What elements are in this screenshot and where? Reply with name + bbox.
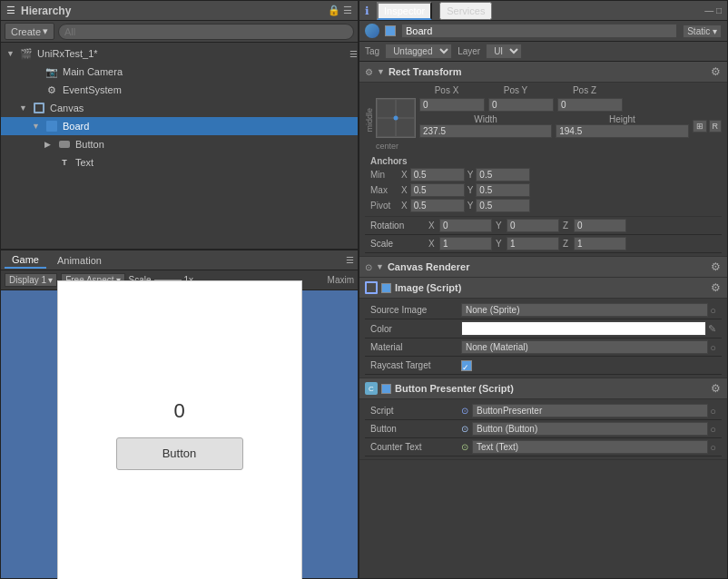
display-label: Display 1 — [9, 275, 46, 285]
text-tree-icon: T — [57, 155, 72, 170]
source-image-field[interactable] — [461, 303, 708, 317]
width-field[interactable] — [419, 124, 552, 138]
object-active-checkbox[interactable] — [385, 25, 396, 36]
material-picker-icon[interactable]: ○ — [710, 342, 716, 353]
material-label: Material — [370, 342, 461, 352]
button-presenter-settings: ⚙ — [710, 381, 722, 396]
hierarchy-title: Hierarchy — [21, 5, 71, 17]
hierarchy-item-canvas[interactable]: ▼ Canvas — [1, 99, 358, 117]
pos-x-field[interactable] — [419, 98, 485, 112]
height-col: Height — [556, 114, 688, 138]
rotation-y-field[interactable] — [507, 219, 559, 232]
button-presenter-body: Script ⊙ ○ Button ⊙ ○ Counter Text ⊙ ○ — [359, 399, 727, 460]
scene-arrow-icon: ▼ — [6, 49, 19, 58]
anchor-preset-box[interactable] — [376, 98, 416, 138]
min-x-field[interactable] — [410, 168, 465, 182]
static-label: Static — [687, 26, 710, 36]
pos-fields: Width Height ⊞ R — [419, 98, 722, 138]
rect-transform-arrow-icon: ▼ — [377, 67, 385, 76]
min-y-label: Y — [467, 170, 474, 180]
max-label: Max — [370, 185, 398, 195]
board-icon — [44, 119, 59, 133]
color-edit-icon[interactable]: ✎ — [708, 323, 716, 335]
board-shape — [46, 121, 57, 132]
layer-dropdown[interactable]: UI — [486, 44, 522, 59]
raycast-checkbox[interactable]: ✓ — [461, 360, 472, 371]
create-button[interactable]: Create ▾ — [5, 23, 54, 40]
counter-text-picker-icon[interactable]: ○ — [710, 442, 716, 453]
rect-transform-body: Pos X Pos Y Pos Z middle — [359, 83, 727, 257]
script-field[interactable] — [472, 404, 708, 417]
canvas-renderer-header[interactable]: ⊙ ▼ Canvas Renderer ⚙ — [359, 257, 727, 278]
hierarchy-item-main-camera[interactable]: 📷 Main Camera — [1, 63, 358, 81]
pivot-x-field[interactable] — [410, 199, 465, 212]
material-field[interactable] — [461, 340, 708, 354]
image-script-checkbox[interactable] — [381, 283, 391, 293]
tag-dropdown[interactable]: Untagged — [385, 44, 452, 59]
counter-text-field[interactable] — [472, 440, 708, 454]
rect-transform-header[interactable]: ⚙ ▼ Rect Transform ⚙ — [359, 62, 727, 83]
scale-y-field[interactable] — [507, 237, 559, 250]
object-name-input[interactable] — [401, 24, 677, 38]
rotation-z-field[interactable] — [574, 219, 626, 232]
anchor-dot — [394, 116, 398, 121]
r-button[interactable]: R — [709, 120, 723, 132]
color-label: Color — [370, 324, 461, 334]
canvas-renderer-gear-button[interactable]: ⚙ — [710, 260, 722, 274]
display-dropdown[interactable]: Display 1 ▾ — [5, 273, 57, 287]
tab-services[interactable]: Services — [439, 2, 492, 20]
hierarchy-item-text[interactable]: T Text — [1, 153, 358, 172]
scale-x-field[interactable] — [439, 237, 492, 250]
hierarchy-search-input[interactable] — [58, 24, 354, 40]
anchor-cell-bl — [377, 118, 396, 137]
script-picker-icon[interactable]: ○ — [710, 406, 716, 417]
rotation-x-field[interactable] — [439, 219, 492, 232]
scale-z-field[interactable] — [574, 237, 626, 250]
tab-inspector[interactable]: Inspector — [377, 2, 432, 20]
source-image-label: Source Image — [370, 305, 461, 315]
camera-icon: 📷 — [44, 64, 59, 79]
tag-label: Tag — [365, 46, 379, 56]
image-script-header[interactable]: Image (Script) ⚙ — [359, 278, 727, 299]
anchors-title: Anchors — [370, 156, 716, 166]
tab-game[interactable]: Game — [5, 252, 46, 269]
pivot-y-field[interactable] — [476, 199, 530, 212]
hierarchy-panel: ☰ Hierarchy 🔒 ☰ Create ▾ ▼ 🎬 UniRxTest_1… — [0, 0, 359, 250]
button-presenter-gear-button[interactable]: ⚙ — [710, 381, 722, 396]
button-presenter-header[interactable]: C Button Presenter (Script) ⚙ — [359, 378, 727, 399]
no-arrow2 — [32, 85, 44, 94]
button-presenter-checkbox[interactable] — [381, 384, 391, 394]
static-toggle[interactable]: Static ▾ — [683, 25, 722, 38]
rect-transform-gear-button[interactable]: ⚙ — [710, 64, 722, 79]
max-x-field[interactable] — [410, 183, 465, 197]
pos-z-field[interactable] — [557, 98, 623, 112]
button-ref-picker-icon[interactable]: ○ — [710, 424, 716, 435]
height-field[interactable] — [556, 124, 688, 138]
width-label: Width — [419, 114, 552, 124]
center-label: center — [365, 140, 398, 151]
pos-y-field[interactable] — [488, 98, 554, 112]
button-ref-field[interactable] — [472, 422, 708, 436]
scene-root-item[interactable]: ▼ 🎬 UniRxTest_1* ☰ — [1, 44, 358, 63]
anchors-pivot-row: Pivot X Y — [370, 199, 716, 212]
scale-x-letter: X — [428, 239, 438, 249]
hierarchy-item-button[interactable]: ▶ Button — [1, 135, 358, 153]
no-arrow3 — [44, 158, 57, 167]
create-label: Create — [11, 26, 41, 37]
game-button[interactable]: Button — [116, 437, 243, 470]
color-swatch[interactable] — [461, 321, 706, 336]
image-script-gear-button[interactable]: ⚙ — [710, 280, 722, 295]
maximize-button[interactable]: Maxim — [328, 275, 354, 285]
tab-animation[interactable]: Animation — [50, 253, 109, 268]
max-y-field[interactable] — [476, 183, 530, 197]
source-image-picker-icon[interactable]: ○ — [710, 305, 716, 316]
anchors-min-row: Min X Y — [370, 168, 716, 182]
scale-y-letter: Y — [496, 239, 505, 249]
hierarchy-item-eventsystem[interactable]: ⚙ EventSystem — [1, 81, 358, 99]
button-presenter-title: Button Presenter (Script) — [395, 383, 514, 394]
anchor-cell-tr — [396, 99, 415, 118]
min-y-field[interactable] — [476, 168, 530, 182]
max-xy: X Y — [401, 183, 530, 197]
blueprint-button[interactable]: ⊞ — [693, 120, 707, 132]
hierarchy-item-board[interactable]: ▼ Board — [1, 117, 358, 135]
